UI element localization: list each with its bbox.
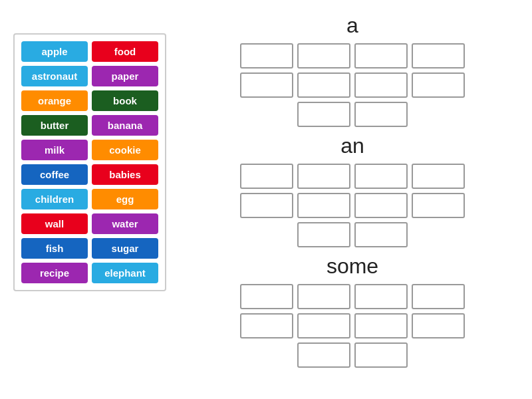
drop-cell[interactable]: [412, 72, 465, 98]
drop-cell[interactable]: [240, 164, 293, 189]
word-tile-orange[interactable]: orange: [21, 90, 88, 111]
drop-cell[interactable]: [297, 284, 350, 309]
word-tile-cookie[interactable]: cookie: [92, 140, 158, 160]
category-section-a: a: [186, 13, 519, 127]
word-tile-elephant[interactable]: elephant: [92, 263, 158, 283]
drop-cell[interactable]: [297, 102, 350, 127]
drop-grid-main-a: [240, 43, 465, 98]
category-section-an: an: [186, 134, 519, 247]
drop-cell[interactable]: [412, 43, 465, 68]
categories-panel: aansome: [166, 13, 519, 374]
word-tile-sugar[interactable]: sugar: [92, 238, 158, 259]
drop-cell[interactable]: [354, 164, 408, 189]
drop-cell[interactable]: [297, 72, 350, 98]
drop-cell[interactable]: [354, 43, 408, 68]
drop-cell[interactable]: [412, 284, 465, 309]
drop-cell[interactable]: [412, 193, 465, 218]
drop-cell[interactable]: [354, 193, 408, 218]
drop-row-extra-an: [297, 222, 408, 247]
drop-cell[interactable]: [354, 342, 408, 368]
drop-cell[interactable]: [412, 313, 465, 338]
word-tile-banana[interactable]: banana: [92, 115, 158, 136]
category-title-an: an: [340, 134, 364, 158]
word-tile-apple[interactable]: apple: [21, 41, 88, 62]
word-tile-children[interactable]: children: [21, 189, 88, 209]
word-bank: applefoodastronautpaperorangebookbutterb…: [13, 33, 166, 291]
word-tile-astronaut[interactable]: astronaut: [21, 66, 88, 86]
drop-cell[interactable]: [240, 43, 293, 68]
word-tile-egg[interactable]: egg: [92, 189, 158, 209]
word-tile-wall[interactable]: wall: [21, 213, 88, 234]
word-tile-fish[interactable]: fish: [21, 238, 88, 259]
word-tile-recipe[interactable]: recipe: [21, 263, 88, 283]
word-tile-food[interactable]: food: [92, 41, 158, 62]
category-title-a: a: [346, 13, 358, 38]
drop-row-extra-some: [297, 342, 408, 368]
word-tile-butter[interactable]: butter: [21, 115, 88, 136]
drop-cell[interactable]: [412, 164, 465, 189]
drop-cell[interactable]: [240, 193, 293, 218]
drop-cell[interactable]: [240, 313, 293, 338]
word-tile-book[interactable]: book: [92, 90, 158, 111]
word-tile-paper[interactable]: paper: [92, 66, 158, 86]
drop-cell[interactable]: [354, 284, 408, 309]
drop-cell[interactable]: [297, 313, 350, 338]
drop-cell[interactable]: [297, 164, 350, 189]
drop-grid-main-an: [240, 164, 465, 218]
drop-row-extra-a: [297, 102, 408, 127]
drop-cell[interactable]: [240, 284, 293, 309]
word-tile-water[interactable]: water: [92, 213, 158, 234]
word-tile-babies[interactable]: babies: [92, 164, 158, 185]
drop-cell[interactable]: [297, 342, 350, 368]
word-tile-milk[interactable]: milk: [21, 140, 88, 160]
word-tile-coffee[interactable]: coffee: [21, 164, 88, 185]
drop-cell[interactable]: [354, 313, 408, 338]
drop-cell[interactable]: [297, 193, 350, 218]
drop-cell[interactable]: [297, 222, 350, 247]
drop-cell[interactable]: [354, 222, 408, 247]
category-title-some: some: [327, 254, 378, 279]
drop-cell[interactable]: [297, 43, 350, 68]
drop-cell[interactable]: [240, 72, 293, 98]
category-section-some: some: [186, 254, 519, 368]
drop-grid-main-some: [240, 284, 465, 338]
drop-cell[interactable]: [354, 72, 408, 98]
drop-cell[interactable]: [354, 102, 408, 127]
